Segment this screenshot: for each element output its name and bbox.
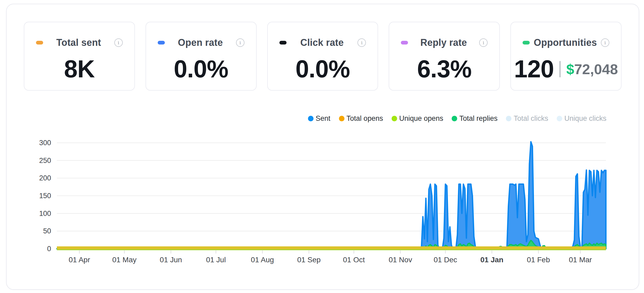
x-axis-label-01-Jun: 01 Jun [160,256,182,264]
open-rate-title: Open rate [178,37,223,48]
legend-dot-icon [308,116,314,121]
click-rate-info-icon[interactable]: i [357,38,366,47]
x-axis-label-01-Jul: 01 Jul [206,256,226,264]
y-axis-label-300: 300 [39,139,51,147]
legend-dot-icon [452,116,457,121]
legend-item-sent[interactable]: Sent [308,114,330,123]
legend-dot-icon [557,116,562,121]
click-rate-value: 0.0% [296,55,350,83]
x-axis-label-01-Jan: 01 Jan [480,256,504,264]
stat-card-header: Click ratei [268,37,378,48]
y-axis-label-150: 150 [39,192,51,200]
x-axis-label-01-Dec: 01 Dec [434,256,457,264]
chart-legend: SentTotal opensUnique opensTotal replies… [308,114,606,123]
opportunities-series-dot-icon [523,41,530,45]
click-rate-title: Click rate [300,37,344,48]
opportunities-value: 120 [514,55,554,83]
x-axis-label-01-May: 01 May [112,256,137,264]
legend-dot-icon [392,116,397,121]
y-axis-label-50: 50 [43,227,51,235]
legend-label: Total opens [347,114,383,123]
stat-card-header: Reply ratei [389,37,499,48]
x-axis-label-01-Apr: 01 Apr [69,256,90,264]
stat-card-header: Open ratei [146,37,256,48]
activity-chart-svg: 05010015020025030001 Apr01 May01 Jun01 J… [38,137,615,269]
stat-card-open-rate: Open ratei0.0% [146,22,257,91]
analytics-panel: Total senti8KOpen ratei0.0%Click ratei0.… [6,4,639,290]
x-axis-label-01-Feb: 01 Feb [527,256,550,264]
opportunities-pipeline-value: $72,048 [566,61,618,77]
x-axis-label-01-Mar: 01 Mar [569,256,592,264]
legend-label: Total replies [459,114,497,123]
y-axis-label-200: 200 [39,174,51,182]
opportunities-info-icon[interactable]: i [601,38,609,47]
open-rate-info-icon[interactable]: i [236,38,244,47]
stat-value-row: 6.3% [389,55,499,83]
campaign-activity-chart: 05010015020025030001 Apr01 May01 Jun01 J… [38,137,615,269]
total-sent-series-dot-icon [36,41,43,45]
stat-value-row: 8K [24,55,134,83]
y-axis-label-0: 0 [47,245,51,253]
stat-value-row: 120$72,048 [511,55,621,83]
legend-dot-icon [506,116,511,121]
stat-card-header: Total senti [24,37,134,48]
open-rate-value: 0.0% [174,55,228,83]
stat-card-opportunities: Opportunitiesi120$72,048 [510,22,622,91]
y-axis-label-250: 250 [39,157,51,165]
reply-rate-title: Reply rate [420,37,467,48]
x-axis-label-01-Nov: 01 Nov [389,256,412,264]
legend-item-total-opens[interactable]: Total opens [339,114,383,123]
click-rate-series-dot-icon [279,41,287,45]
stat-value-row: 0.0% [268,55,378,83]
total-sent-title: Total sent [56,37,101,48]
open-rate-series-dot-icon [158,41,165,45]
reply-rate-info-icon[interactable]: i [479,38,488,47]
analytics-page: Total senti8KOpen ratei0.0%Click ratei0.… [0,0,644,293]
opportunities-value-divider [560,61,560,77]
currency-sign: $ [566,61,574,77]
series-total-opens-baseline [57,246,606,249]
stat-card-reply-rate: Reply ratei6.3% [389,22,500,91]
stat-card-click-rate: Click ratei0.0% [267,22,378,91]
legend-item-unique-opens[interactable]: Unique opens [392,114,443,123]
y-axis-label-100: 100 [39,210,51,217]
stats-row: Total senti8KOpen ratei0.0%Click ratei0.… [24,22,622,91]
legend-dot-icon [339,116,344,121]
opportunities-title: Opportunities [534,37,597,48]
series-unique-opens-baseline [57,249,606,250]
x-axis-label-01-Oct: 01 Oct [343,256,365,264]
stat-card-total-sent: Total senti8K [24,22,135,91]
reply-rate-value: 6.3% [417,55,471,83]
legend-label: Unique clicks [564,114,606,123]
legend-item-total-replies[interactable]: Total replies [452,114,497,123]
total-sent-value: 8K [64,55,95,83]
legend-label: Sent [316,114,330,123]
stat-card-header: Opportunitiesi [511,37,621,48]
x-axis-label-01-Sep: 01 Sep [297,256,321,264]
series-sent-area [57,142,606,249]
x-axis-label-01-Aug: 01 Aug [251,256,274,264]
total-sent-info-icon[interactable]: i [114,38,123,47]
legend-label: Unique opens [399,114,443,123]
legend-item-unique-clicks[interactable]: Unique clicks [557,114,606,123]
reply-rate-series-dot-icon [401,41,408,45]
pipeline-amount: 72,048 [574,61,618,77]
legend-label: Total clicks [514,114,548,123]
legend-item-total-clicks[interactable]: Total clicks [506,114,548,123]
stat-value-row: 0.0% [146,55,256,83]
